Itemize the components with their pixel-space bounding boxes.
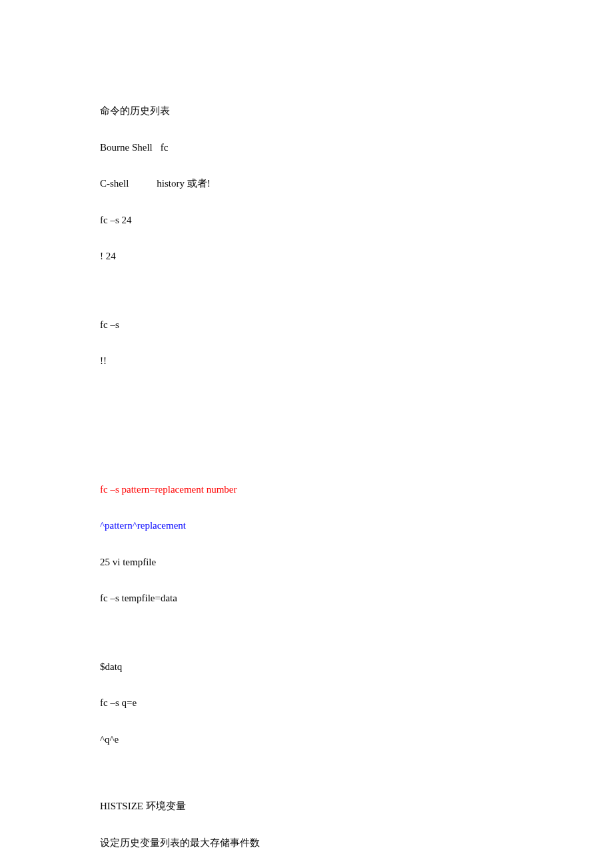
shell-name: C-shell bbox=[100, 178, 129, 189]
command: fc bbox=[161, 142, 169, 153]
text-line: 设定历史变量列表的最大存储事件数 bbox=[100, 835, 513, 851]
text-line-red: fc –s pattern=replacement number bbox=[100, 482, 513, 497]
text-line: ! 24 bbox=[100, 249, 513, 264]
text-line: !! bbox=[100, 353, 513, 369]
shell-name: Bourne Shell bbox=[100, 142, 153, 153]
text-line: ^q^e bbox=[100, 732, 513, 747]
text-line: fc –s tempfile=data bbox=[100, 591, 513, 606]
text-line-blue: ^pattern^replacement bbox=[100, 518, 513, 533]
text-line: $datq bbox=[100, 659, 513, 675]
text-line: fc –s 24 bbox=[100, 213, 513, 228]
text-line: C-shellhistory 或者! bbox=[100, 176, 513, 191]
command: history 或者! bbox=[157, 178, 210, 189]
text-line: fc –s bbox=[100, 317, 513, 333]
text-line: 命令的历史列表 bbox=[100, 103, 513, 119]
text-line: Bourne Shellfc bbox=[100, 140, 513, 155]
text-line: fc –s q=e bbox=[100, 695, 513, 711]
text-line: HISTSIZE 环境变量 bbox=[100, 799, 513, 814]
text-line: 25 vi tempfile bbox=[100, 555, 513, 570]
